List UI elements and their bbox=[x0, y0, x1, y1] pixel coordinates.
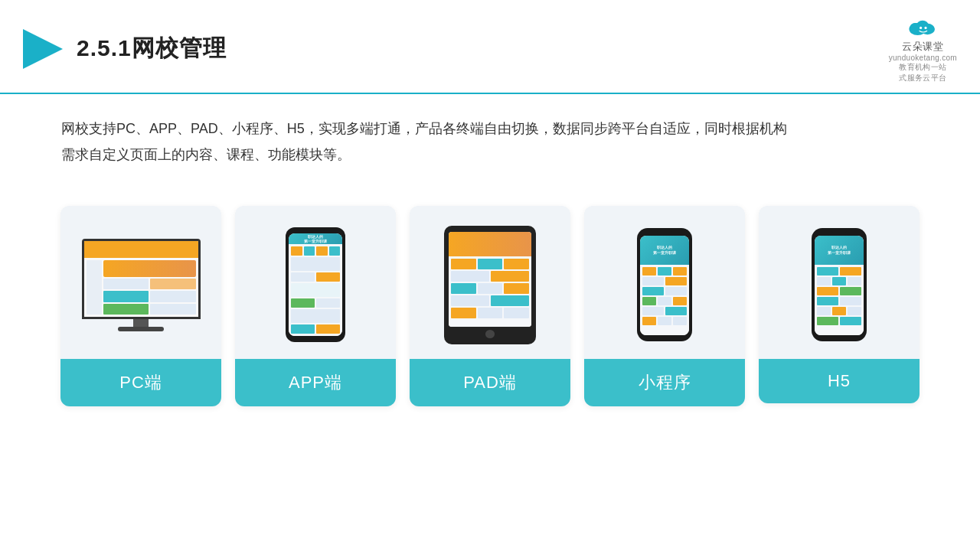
logo-name: 云朵课堂 bbox=[902, 40, 943, 54]
monitor-screen bbox=[82, 239, 201, 319]
card-miniprogram-image: 职达人的第一堂升职课 bbox=[584, 206, 745, 359]
page-title: 2.5.1网校管理 bbox=[77, 33, 227, 64]
cloud-logo-icon bbox=[904, 14, 941, 38]
logo-domain: yunduoketang.com bbox=[889, 54, 957, 62]
card-h5-image: 职达人的第一堂升职课 bbox=[759, 206, 920, 359]
mini-phone-notch-h5 bbox=[831, 228, 847, 233]
phone-body-app: 职达人的第一堂升职课 bbox=[286, 227, 345, 342]
logo-area: 云朵课堂 yunduoketang.com 教育机构一站 式服务云平台 bbox=[889, 14, 957, 83]
svg-point-4 bbox=[910, 23, 920, 31]
mini-phone-screen-h5: 职达人的第一堂升职课 bbox=[815, 236, 864, 335]
tablet-home-button bbox=[485, 330, 495, 338]
monitor-mockup bbox=[82, 239, 201, 331]
mini-phone-body-h5: 职达人的第一堂升职课 bbox=[812, 228, 867, 341]
mini-phone-notch-mp bbox=[657, 228, 672, 233]
logo-slogan2: 式服务云平台 bbox=[899, 73, 946, 83]
cards-container: PC端 职达人的第一堂升职课 bbox=[0, 183, 980, 422]
header: 2.5.1网校管理 云朵课堂 yunduoketang.com 教育机构一站 式… bbox=[0, 0, 980, 94]
tablet-body bbox=[444, 226, 536, 344]
play-icon bbox=[23, 29, 63, 69]
card-pc: PC端 bbox=[60, 206, 221, 406]
card-pad-label: PAD端 bbox=[410, 359, 570, 406]
card-pc-label: PC端 bbox=[60, 359, 221, 406]
phone-mockup-mp: 职达人的第一堂升职课 bbox=[637, 228, 692, 341]
svg-point-5 bbox=[920, 27, 922, 29]
description-section: 网校支持PC、APP、PAD、小程序、H5，实现多端打通，产品各终端自由切换，数… bbox=[0, 94, 980, 175]
svg-marker-0 bbox=[23, 29, 63, 69]
card-h5-label: H5 bbox=[759, 359, 920, 403]
card-pad-image bbox=[410, 206, 570, 359]
phone-notch-app bbox=[306, 227, 325, 233]
description-text: 网校支持PC、APP、PAD、小程序、H5，实现多端打通，产品各终端自由切换，数… bbox=[61, 116, 919, 168]
card-h5: 职达人的第一堂升职课 bbox=[759, 206, 920, 403]
card-miniprogram: 职达人的第一堂升职课 bbox=[584, 206, 745, 406]
card-pad: PAD端 bbox=[410, 206, 570, 406]
logo-slogan: 教育机构一站 bbox=[899, 62, 946, 73]
phone-mockup-h5: 职达人的第一堂升职课 bbox=[812, 228, 867, 341]
tablet-screen bbox=[449, 232, 531, 327]
card-app: 职达人的第一堂升职课 bbox=[235, 206, 396, 406]
card-miniprogram-label: 小程序 bbox=[584, 359, 745, 406]
mini-phone-body-mp: 职达人的第一堂升职课 bbox=[637, 228, 692, 341]
phone-screen-app: 职达人的第一堂升职课 bbox=[289, 233, 342, 336]
header-left: 2.5.1网校管理 bbox=[23, 29, 227, 69]
tablet-mockup bbox=[444, 226, 536, 344]
card-app-image: 职达人的第一堂升职课 bbox=[235, 206, 396, 359]
card-pc-image bbox=[60, 206, 221, 359]
mini-phone-screen-mp: 职达人的第一堂升职课 bbox=[640, 236, 689, 335]
phone-mockup-app: 职达人的第一堂升职课 bbox=[286, 227, 345, 342]
card-app-label: APP端 bbox=[235, 359, 396, 406]
svg-point-6 bbox=[925, 27, 927, 29]
